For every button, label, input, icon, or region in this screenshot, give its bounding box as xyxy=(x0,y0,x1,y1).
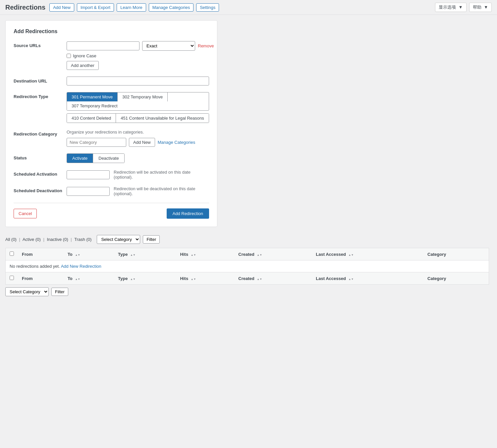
filter-links: All (0) | Active (0) | Inactive (0) | Tr… xyxy=(5,237,91,242)
destination-url-label: Destination URL xyxy=(14,77,67,84)
source-urls-row: Source URLs Exact Regex Plain Ignore Cas… xyxy=(14,41,209,70)
redirection-type-row: Redirection Type 301 Permanent Move 302 … xyxy=(14,92,209,123)
add-another-btn[interactable]: Add another xyxy=(67,61,99,70)
select-category-bottom[interactable]: Select Category xyxy=(5,287,49,296)
no-redirections-text: No redirections added yet. Add New Redir… xyxy=(10,264,101,269)
table-section: All (0) | Active (0) | Inactive (0) | Tr… xyxy=(5,235,489,296)
scheduled-activation-field: Redirection will be activated on this da… xyxy=(67,170,209,180)
source-urls-label: Source URLs xyxy=(14,41,67,48)
manage-categories-link[interactable]: Manage Categories xyxy=(158,140,195,145)
deactivate-btn[interactable]: Deactivate xyxy=(93,154,124,163)
type-307-btn[interactable]: 307 Temporary Redirect xyxy=(67,101,122,110)
col-hits-top[interactable]: Hits ▲▼ xyxy=(176,248,235,260)
destination-url-field xyxy=(67,77,209,85)
table-footer-top: From To ▲▼ Type ▲▼ Hits ▲▼ Created ▲▼ La… xyxy=(6,272,489,285)
code-410-btn[interactable]: 410 Content Deleted xyxy=(67,114,116,123)
col-type-top[interactable]: Type ▲▼ xyxy=(114,248,176,260)
type-301-btn[interactable]: 301 Permanent Move xyxy=(67,92,118,101)
filter-inactive-link[interactable]: Inactive (0) xyxy=(47,237,68,242)
display-options-btn[interactable]: 显示选项 ▼ xyxy=(435,3,467,12)
scheduled-deactivation-input[interactable] xyxy=(67,187,110,196)
redirection-category-label: Redirection Category xyxy=(14,130,67,137)
remove-source-url-link[interactable]: Remove xyxy=(198,43,214,48)
scheduled-deactivation-input-row: Redirection will be deactivated on this … xyxy=(67,186,209,196)
new-category-input[interactable] xyxy=(67,138,126,147)
scheduled-activation-row: Scheduled Activation Redirection will be… xyxy=(14,170,209,180)
to-sort-icon: ▲▼ xyxy=(75,254,80,256)
bottom-filter-bar: Select Category Filter xyxy=(5,287,489,296)
foot-type-sort-icon: ▲▼ xyxy=(130,278,136,281)
col-last-accessed-top[interactable]: Last Accessed ▲▼ xyxy=(312,248,423,260)
main-content: Add Redirections Source URLs Exact Regex… xyxy=(0,15,497,302)
add-new-redirection-link[interactable]: Add New Redirection xyxy=(61,264,101,269)
cancel-btn[interactable]: Cancel xyxy=(14,209,37,218)
match-type-select[interactable]: Exact Regex Plain Ignore Case xyxy=(142,41,195,51)
settings-btn[interactable]: Settings xyxy=(196,3,219,12)
redirection-type-field: 301 Permanent Move 302 Temporary Move 30… xyxy=(67,92,209,123)
filter-trash-link[interactable]: Trash (0) xyxy=(74,237,91,242)
select-all-checkbox-foot-top[interactable] xyxy=(10,276,14,280)
redirection-category-field: Organize your redirections in categories… xyxy=(67,130,209,147)
sep2: | xyxy=(43,237,44,242)
form-actions: Cancel Add Redirection xyxy=(14,203,209,219)
table-header-row-top: From To ▲▼ Type ▲▼ Hits ▲▼ Created ▲▼ La… xyxy=(6,248,489,260)
top-bar-right: 显示选项 ▼ 帮助 ▼ xyxy=(435,3,492,12)
add-new-nav-btn[interactable]: Add New xyxy=(49,3,74,12)
select-category-top[interactable]: Select Category xyxy=(97,235,140,244)
ignore-case-checkbox[interactable] xyxy=(67,54,71,58)
col-category-top: Category xyxy=(423,248,489,260)
help-btn[interactable]: 帮助 ▼ xyxy=(469,3,492,12)
code-451-btn[interactable]: 451 Content Unavailable for Legal Reason… xyxy=(116,114,209,123)
foot-col-created-top[interactable]: Created ▲▼ xyxy=(234,272,312,285)
page-title: Redirections xyxy=(5,4,45,11)
hits-sort-icon: ▲▼ xyxy=(191,254,196,256)
source-url-input[interactable] xyxy=(67,41,139,50)
status-field: Activate Deactivate xyxy=(67,153,209,163)
table-body-top: No redirections added yet. Add New Redir… xyxy=(6,260,489,272)
filter-active-link[interactable]: Active (0) xyxy=(23,237,41,242)
destination-url-input[interactable] xyxy=(67,77,209,85)
scheduled-deactivation-label: Scheduled Deactivation xyxy=(14,186,67,193)
filter-all-link[interactable]: All (0) xyxy=(5,237,17,242)
add-redirections-form: Add Redirections Source URLs Exact Regex… xyxy=(5,20,217,227)
col-created-top[interactable]: Created ▲▼ xyxy=(234,248,312,260)
select-all-checkbox-top[interactable] xyxy=(10,252,14,256)
import-export-btn[interactable]: Import & Export xyxy=(77,3,114,12)
foot-col-category-top: Category xyxy=(423,272,489,285)
destination-url-row: Destination URL xyxy=(14,77,209,85)
activate-btn[interactable]: Activate xyxy=(67,154,93,163)
category-desc: Organize your redirections in categories… xyxy=(67,130,209,135)
add-redirection-btn[interactable]: Add Redirection xyxy=(167,208,209,219)
foot-col-from-top: From xyxy=(18,272,64,285)
type-302-btn[interactable]: 302 Temporary Move xyxy=(118,92,168,101)
foot-created-sort-icon: ▲▼ xyxy=(257,278,262,281)
status-group: Activate Deactivate xyxy=(67,153,125,163)
sep1: | xyxy=(19,237,20,242)
table-footer-row-top: From To ▲▼ Type ▲▼ Hits ▲▼ Created ▲▼ La… xyxy=(6,272,489,285)
foot-col-last-accessed-top[interactable]: Last Accessed ▲▼ xyxy=(312,272,423,285)
foot-last-accessed-sort-icon: ▲▼ xyxy=(348,278,354,281)
learn-more-btn[interactable]: Learn More xyxy=(117,3,146,12)
ignore-case-row: Ignore Case xyxy=(67,53,214,58)
redirections-table-top: From To ▲▼ Type ▲▼ Hits ▲▼ Created ▲▼ La… xyxy=(5,248,489,285)
add-new-category-btn[interactable]: Add New xyxy=(129,138,155,147)
manage-categories-btn[interactable]: Manage Categories xyxy=(149,3,193,12)
foot-col-type-top[interactable]: Type ▲▼ xyxy=(114,272,176,285)
top-filter-bar: All (0) | Active (0) | Inactive (0) | Tr… xyxy=(5,235,489,244)
form-title: Add Redirections xyxy=(14,28,209,34)
filter-btn-top[interactable]: Filter xyxy=(143,235,160,244)
foot-to-sort-icon: ▲▼ xyxy=(75,278,80,281)
table-header-top: From To ▲▼ Type ▲▼ Hits ▲▼ Created ▲▼ La… xyxy=(6,248,489,260)
select-all-col xyxy=(6,248,18,260)
col-to-top[interactable]: To ▲▼ xyxy=(64,248,114,260)
foot-col-hits-top[interactable]: Hits ▲▼ xyxy=(176,272,235,285)
scheduled-deactivation-desc: Redirection will be deactivated on this … xyxy=(114,186,209,196)
select-all-foot-col xyxy=(6,272,18,285)
foot-col-to-top[interactable]: To ▲▼ xyxy=(64,272,114,285)
category-row: Add New Manage Categories xyxy=(67,138,209,147)
redirection-type-group: 301 Permanent Move 302 Temporary Move 30… xyxy=(67,92,209,111)
filter-btn-bottom[interactable]: Filter xyxy=(51,288,68,296)
source-urls-field: Exact Regex Plain Ignore Case Remove Ign… xyxy=(67,41,214,70)
empty-message-cell: No redirections added yet. Add New Redir… xyxy=(6,260,489,272)
scheduled-activation-input[interactable] xyxy=(67,170,110,179)
